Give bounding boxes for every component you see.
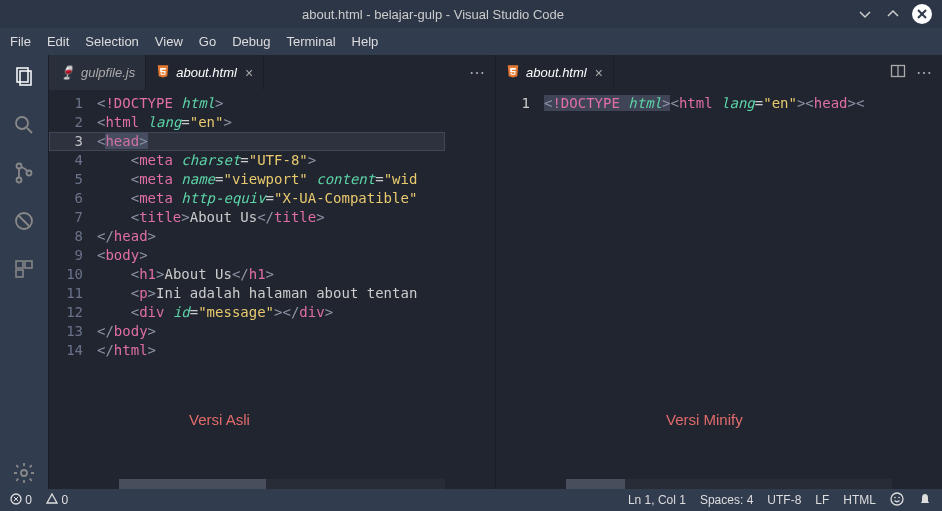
explorer-icon[interactable]	[12, 65, 36, 93]
line-gutter: 1	[496, 94, 544, 489]
status-encoding[interactable]: UTF-8	[767, 493, 801, 507]
debug-icon[interactable]	[12, 209, 36, 237]
menu-help[interactable]: Help	[352, 34, 379, 49]
tab-label: gulpfile.js	[81, 65, 135, 80]
svg-point-7	[17, 178, 22, 183]
minimize-button[interactable]	[856, 5, 874, 23]
tab-close-icon[interactable]: ×	[245, 65, 253, 81]
svg-line-5	[27, 128, 32, 133]
status-warnings[interactable]: 0	[46, 493, 68, 507]
svg-line-10	[18, 215, 30, 227]
scrollbar-horizontal[interactable]	[566, 479, 892, 489]
tab-bar-left: 🍷 gulpfile.js about.html × ⋯	[49, 55, 495, 90]
svg-point-4	[16, 117, 28, 129]
source-control-icon[interactable]	[12, 161, 36, 189]
more-actions-icon[interactable]: ⋯	[916, 63, 932, 83]
menu-file[interactable]: File	[10, 34, 31, 49]
tab-about-html-right[interactable]: about.html ×	[496, 55, 614, 90]
svg-point-14	[21, 470, 27, 476]
code-content: <!DOCTYPE html><html lang="en"><head><	[544, 94, 942, 489]
annotation-right: Versi Minify	[666, 410, 743, 429]
editor-group-left: 🍷 gulpfile.js about.html × ⋯ 12345678910…	[48, 55, 495, 489]
maximize-button[interactable]	[884, 5, 902, 23]
svg-rect-12	[25, 261, 32, 268]
html5-icon	[156, 64, 170, 81]
svg-rect-13	[16, 270, 23, 277]
menu-edit[interactable]: Edit	[47, 34, 69, 49]
extensions-icon[interactable]	[12, 257, 36, 285]
svg-point-22	[898, 496, 900, 498]
menu-debug[interactable]: Debug	[232, 34, 270, 49]
window-title: about.html - belajar-gulp - Visual Studi…	[10, 7, 856, 22]
window-controls	[856, 4, 932, 24]
search-icon[interactable]	[12, 113, 36, 141]
titlebar: about.html - belajar-gulp - Visual Studi…	[0, 0, 942, 28]
annotation-left: Versi Asli	[189, 410, 250, 429]
tab-close-icon[interactable]: ×	[595, 65, 603, 81]
gulp-icon: 🍷	[59, 65, 75, 80]
main: 🍷 gulpfile.js about.html × ⋯ 12345678910…	[0, 55, 942, 489]
code-editor-right[interactable]: 1 <!DOCTYPE html><html lang="en"><head><…	[496, 90, 942, 489]
scrollbar-horizontal[interactable]	[119, 479, 445, 489]
svg-rect-11	[16, 261, 23, 268]
menu-selection[interactable]: Selection	[85, 34, 138, 49]
activity-bar	[0, 55, 48, 489]
close-button[interactable]	[912, 4, 932, 24]
svg-rect-2	[17, 68, 28, 82]
status-spaces[interactable]: Spaces: 4	[700, 493, 753, 507]
menu-go[interactable]: Go	[199, 34, 216, 49]
status-errors[interactable]: 0	[10, 493, 32, 507]
more-actions-icon[interactable]: ⋯	[469, 63, 485, 82]
menubar: File Edit Selection View Go Debug Termin…	[0, 28, 942, 55]
status-ln-col[interactable]: Ln 1, Col 1	[628, 493, 686, 507]
editor-group-right: about.html × ⋯ 1 <!DOCTYPE html><html la…	[495, 55, 942, 489]
menu-view[interactable]: View	[155, 34, 183, 49]
svg-rect-3	[20, 71, 31, 85]
split-editor-icon[interactable]	[890, 63, 906, 83]
status-lang[interactable]: HTML	[843, 493, 876, 507]
html5-icon	[506, 64, 520, 81]
tab-gulpfile[interactable]: 🍷 gulpfile.js	[49, 55, 146, 90]
status-bar: 0 0 Ln 1, Col 1 Spaces: 4 UTF-8 LF HTML	[0, 489, 942, 511]
code-content: <!DOCTYPE html><html lang="en"><head> <m…	[97, 94, 495, 489]
menu-terminal[interactable]: Terminal	[286, 34, 335, 49]
tab-about-html-left[interactable]: about.html ×	[146, 55, 264, 90]
status-eol[interactable]: LF	[815, 493, 829, 507]
svg-point-20	[891, 493, 903, 505]
settings-icon[interactable]	[12, 461, 36, 489]
code-editor-left[interactable]: 1234567891011121314 <!DOCTYPE html><html…	[49, 90, 495, 489]
line-gutter: 1234567891011121314	[49, 94, 97, 489]
svg-point-21	[894, 496, 896, 498]
status-bell-icon[interactable]	[918, 492, 932, 509]
tab-label: about.html	[176, 65, 237, 80]
status-feedback-icon[interactable]	[890, 492, 904, 509]
minimap[interactable]	[445, 90, 495, 489]
scrollbar-thumb[interactable]	[566, 479, 625, 489]
tab-label: about.html	[526, 65, 587, 80]
scrollbar-thumb[interactable]	[119, 479, 266, 489]
tab-bar-right: about.html × ⋯	[496, 55, 942, 90]
